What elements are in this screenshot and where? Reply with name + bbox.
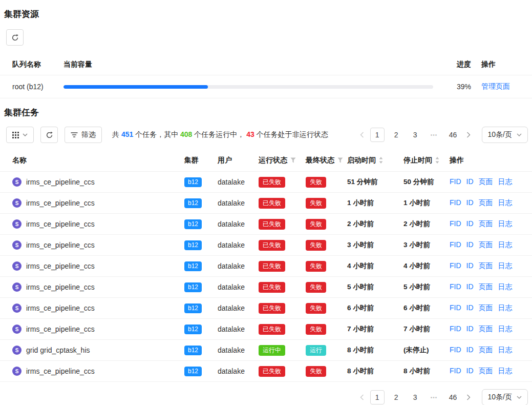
resources-refresh-button[interactable]	[6, 29, 24, 46]
action-link-log[interactable]: 日志	[498, 346, 513, 355]
action-link-log[interactable]: 日志	[498, 198, 513, 208]
action-link-log[interactable]: 日志	[498, 177, 513, 187]
tasks-table-header: 名称 集群 用户 运行状态 最终状态 启动时间	[0, 149, 532, 172]
header-final-status: 最终状态	[306, 156, 347, 165]
stop-time: 50 分钟前	[403, 177, 450, 187]
final-status-tag: 失败	[306, 198, 326, 209]
action-link-id[interactable]: ID	[466, 219, 474, 229]
action-link-log[interactable]: 日志	[498, 325, 513, 334]
task-name: irms_ce_pipeline_ccs	[26, 325, 95, 333]
action-link-fid[interactable]: FID	[450, 325, 461, 334]
action-link-id[interactable]: ID	[466, 198, 474, 208]
tasks-refresh-button[interactable]	[40, 127, 58, 143]
page-number-46[interactable]: 46	[446, 390, 460, 404]
filter-button[interactable]: 筛选	[65, 127, 102, 143]
next-page-button[interactable]	[462, 390, 475, 404]
grid-icon	[12, 132, 19, 138]
start-time: 6 小时前	[347, 303, 403, 313]
action-link-fid[interactable]: FID	[450, 219, 461, 229]
action-link-fid[interactable]: FID	[450, 303, 461, 313]
sorter-icon[interactable]	[435, 157, 439, 164]
row-actions: FIDID页面日志	[450, 282, 532, 292]
filter-funnel-icon[interactable]	[290, 157, 296, 163]
summary-text: 个任务处于非运行状态	[254, 130, 328, 138]
sorter-icon[interactable]	[379, 157, 383, 164]
action-link-fid[interactable]: FID	[450, 177, 461, 187]
action-link-fid[interactable]: FID	[450, 198, 461, 208]
summary-text: 共	[112, 130, 121, 138]
table-row: S irms_ce_pipeline_ccs b12 datalake 已失败 …	[0, 256, 532, 277]
user-name: datalake	[218, 304, 259, 312]
action-link-id[interactable]: ID	[466, 346, 474, 355]
prev-page-button[interactable]	[356, 128, 368, 142]
start-time: 2 小时前	[347, 219, 403, 229]
user-name: datalake	[218, 199, 259, 207]
header-run-status: 运行状态	[259, 156, 306, 165]
run-status-tag: 已失败	[259, 303, 285, 314]
page-number-2[interactable]: 2	[389, 390, 403, 404]
action-link-page[interactable]: 页面	[479, 346, 493, 355]
action-link-log[interactable]: 日志	[498, 367, 513, 376]
manage-page-link[interactable]: 管理页面	[481, 82, 510, 90]
tasks-section-title: 集群任务	[0, 98, 532, 118]
page-number-1[interactable]: 1	[370, 128, 385, 142]
action-link-page[interactable]: 页面	[479, 198, 493, 208]
page-size-select[interactable]: 10条/页	[482, 127, 528, 143]
action-link-id[interactable]: ID	[466, 177, 474, 187]
table-row: S irms_ce_pipeline_ccs b12 datalake 已失败 …	[0, 193, 532, 214]
page-number-46[interactable]: 46	[446, 128, 460, 142]
task-name: irms_ce_pipeline_ccs	[26, 304, 95, 312]
page-number-1[interactable]: 1	[370, 390, 385, 404]
run-status-tag: 已失败	[259, 240, 285, 251]
run-status-tag: 已失败	[259, 219, 285, 230]
action-link-id[interactable]: ID	[466, 240, 474, 250]
action-link-id[interactable]: ID	[466, 282, 474, 292]
resources-table: 队列名称 当前容量 进度 操作 root (b12) 39% 管理页面	[0, 54, 532, 98]
action-link-fid[interactable]: FID	[450, 367, 461, 376]
action-link-page[interactable]: 页面	[479, 325, 493, 334]
grid-view-button[interactable]	[6, 127, 34, 143]
page-number-2[interactable]: 2	[389, 128, 403, 142]
action-link-page[interactable]: 页面	[479, 240, 493, 250]
action-link-fid[interactable]: FID	[450, 261, 461, 271]
action-link-log[interactable]: 日志	[498, 303, 513, 313]
avatar: S	[12, 198, 22, 208]
filter-funnel-icon[interactable]	[337, 157, 343, 163]
next-page-button[interactable]	[462, 128, 475, 142]
header-queue-name: 队列名称	[0, 60, 63, 69]
final-status-tag: 失败	[306, 240, 326, 251]
start-time: 8 小时前	[347, 346, 403, 355]
action-link-page[interactable]: 页面	[479, 261, 493, 271]
action-link-page[interactable]: 页面	[479, 177, 493, 187]
action-link-page[interactable]: 页面	[479, 282, 493, 292]
avatar: S	[12, 240, 22, 250]
prev-page-button[interactable]	[356, 390, 368, 404]
table-row: S irms_ce_pipeline_ccs b12 datalake 已失败 …	[0, 361, 532, 382]
run-status-tag: 已失败	[259, 366, 285, 377]
action-link-log[interactable]: 日志	[498, 261, 513, 271]
row-actions: FIDID页面日志	[450, 240, 532, 250]
avatar: S	[12, 367, 22, 376]
final-status-tag: 失败	[306, 303, 326, 314]
action-link-id[interactable]: ID	[466, 261, 474, 271]
action-link-fid[interactable]: FID	[450, 346, 461, 355]
page-size-select[interactable]: 10条/页	[482, 389, 528, 405]
action-link-id[interactable]: ID	[466, 325, 474, 334]
count-blue: 451	[121, 130, 133, 138]
page-number-3[interactable]: 3	[408, 390, 422, 404]
chevron-down-icon	[517, 133, 522, 136]
action-link-log[interactable]: 日志	[498, 219, 513, 229]
action-link-id[interactable]: ID	[466, 367, 474, 376]
action-link-page[interactable]: 页面	[479, 303, 493, 313]
action-link-log[interactable]: 日志	[498, 282, 513, 292]
action-link-fid[interactable]: FID	[450, 282, 461, 292]
action-link-page[interactable]: 页面	[479, 367, 493, 376]
summary-text: 个任务，其中	[133, 130, 180, 138]
action-link-page[interactable]: 页面	[479, 219, 493, 229]
action-link-fid[interactable]: FID	[450, 240, 461, 250]
page-number-3[interactable]: 3	[408, 128, 422, 142]
action-link-log[interactable]: 日志	[498, 240, 513, 250]
final-status-tag: 失败	[306, 324, 326, 335]
action-link-id[interactable]: ID	[466, 303, 474, 313]
avatar: S	[12, 282, 22, 292]
